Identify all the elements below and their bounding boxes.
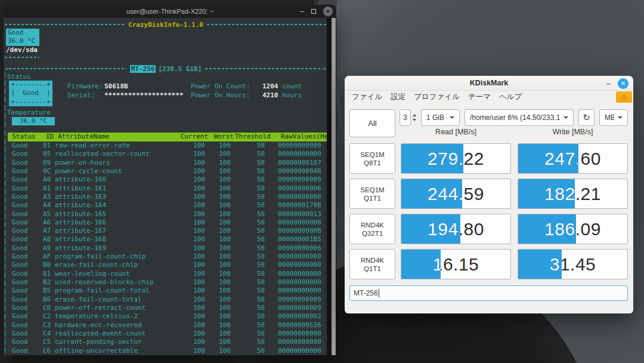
terminal-titlebar[interactable]: user@user-ThinkPad-X220: ~ – ✕ — [4, 5, 336, 18]
smart-cell-name: program-fail-count-total — [55, 287, 150, 294]
spin-down-icon[interactable] — [413, 119, 416, 121]
smart-row: GoodA9attribute-1691001005000000000006 — [5, 244, 327, 253]
smart-cell-id: B0 — [43, 261, 51, 269]
unit-select[interactable]: MB/s — [599, 109, 628, 126]
smart-cell-threshold: 50 — [232, 270, 265, 278]
test-button-seq1m-q8t1[interactable]: SEQ1M Q8T1 — [349, 143, 395, 174]
smart-cell-status: Good — [12, 270, 28, 278]
smart-cell-name: erase-fail-count-total — [55, 296, 142, 303]
close-icon[interactable]: ✕ — [323, 7, 333, 16]
smart-row: Good01raw-read-error-rate100100500000000… — [5, 141, 327, 150]
kdiskmark-titlebar[interactable]: KDiskMark – ✕ — [345, 76, 633, 91]
refresh-button[interactable]: ↻ — [578, 109, 595, 126]
close-icon[interactable]: ✕ — [618, 78, 628, 89]
smart-cell-current: 100 — [154, 141, 205, 149]
test-button-seq1m-q1t1[interactable]: SEQ1M Q1T1 — [349, 179, 395, 209]
maximize-icon[interactable] — [311, 9, 316, 14]
smart-row: GoodC0power-off-retract-count10010050000… — [5, 304, 327, 312]
minimize-icon[interactable]: – — [300, 8, 304, 14]
benchmark-all-button[interactable]: All — [349, 109, 395, 137]
menu-profile[interactable]: プロファイル — [414, 92, 460, 102]
smart-cell-threshold: 50 — [232, 184, 265, 192]
app-title: CrazyDiskInfo-1.1.0 — [125, 21, 207, 29]
loop-count-stepper[interactable]: 3 — [400, 109, 417, 126]
smart-cell-raw: 00000000000 — [278, 330, 321, 337]
terminal-scrollbar-thumb[interactable] — [332, 18, 336, 355]
test-button-rnd4k-q32t1[interactable]: RND4K Q32T1 — [349, 214, 395, 244]
menu-settings[interactable]: 設定 — [391, 92, 405, 102]
smart-cell-threshold: 50 — [232, 159, 265, 167]
test-name: RND4K — [361, 221, 384, 229]
read-result-bar: 194.80 194.80 — [401, 214, 511, 244]
device-size: [238.5 GiB] — [158, 65, 202, 73]
smart-cell-status: Good — [12, 167, 28, 175]
smart-cell-id: C2 — [43, 312, 51, 320]
smart-cell-status: Good — [12, 227, 28, 235]
test-name: RND4K — [361, 256, 384, 264]
smart-cell-id: 09 — [43, 159, 51, 167]
smart-cell-status: Good — [12, 235, 28, 243]
smart-cell-id: C3 — [43, 321, 51, 329]
smart-cell-status: Good — [12, 210, 28, 218]
smart-cell-threshold: 50 — [232, 338, 265, 346]
smart-cell-raw: 00000000000 — [278, 253, 321, 260]
disk-device-path: /dev/sda — [6, 46, 38, 54]
smart-cell-threshold: 50 — [232, 304, 265, 312]
target-drive-select[interactable]: /home/user 6% (14.50/233.18 G — [465, 109, 574, 126]
kdiskmark-menubar: ファイル 設定 プロファイル テーマ ヘルプ — [345, 91, 633, 103]
smart-cell-worst: 100 — [207, 253, 231, 260]
smart-cell-current: 100 — [154, 312, 205, 320]
write-result-bar: 247.60 247.60 — [518, 143, 628, 174]
smart-cell-name: power-on-hours — [55, 159, 110, 167]
smart-cell-id: A7 — [43, 227, 51, 235]
smart-cell-current: 100 — [154, 219, 205, 226]
description-input[interactable]: MT-256 — [349, 285, 628, 301]
power-on-count-label: Power On Count: — [191, 82, 262, 91]
smart-cell-current: 100 — [154, 347, 205, 355]
smart-cell-current: 100 — [154, 193, 205, 201]
smart-table-body: Good01raw-read-error-rate100100500000000… — [5, 141, 327, 355]
menu-file[interactable]: ファイル — [352, 92, 382, 102]
smart-cell-current: 100 — [154, 159, 205, 167]
smart-cell-raw: 00000000107 — [278, 159, 321, 167]
disk-list-entry[interactable]: Good 36.0 °C — [6, 29, 39, 46]
smart-cell-threshold: 50 — [232, 176, 265, 183]
test-button-rnd4k-q1t1[interactable]: RND4K Q1T1 — [349, 249, 395, 279]
smart-cell-current: 100 — [154, 278, 205, 286]
smart-cell-threshold: 50 — [232, 296, 265, 303]
health-status-value: | Good | — [9, 89, 52, 97]
test-queue-threads: Q1T1 — [364, 264, 381, 273]
minimize-icon[interactable]: – — [606, 79, 611, 88]
smart-cell-worst: 100 — [207, 287, 231, 294]
loop-count-value[interactable]: 3 — [400, 109, 411, 126]
test-size-select[interactable]: 1 GiB — [421, 109, 460, 126]
smart-cell-threshold: 50 — [232, 347, 265, 355]
smart-cell-name: used-reserved-blocks-chip — [55, 278, 154, 286]
write-result-bar: 186.09 186.09 — [518, 214, 628, 244]
smart-cell-threshold: 50 — [232, 244, 265, 252]
smart-cell-raw: 00000000000 — [278, 176, 321, 183]
smart-cell-threshold: 50 — [232, 219, 265, 226]
menu-theme[interactable]: テーマ — [468, 92, 491, 102]
device-header-line: + MT-256 [238.5 GiB] + — [5, 64, 327, 73]
power-info: Power On Count:1204 count Power On Hours… — [191, 82, 302, 100]
smart-cell-status: Good — [12, 184, 28, 192]
warning-icon[interactable]: ⚠ — [616, 91, 632, 103]
test-name: SEQ1M — [360, 186, 384, 194]
smart-cell-id: A3 — [43, 193, 51, 201]
smart-cell-raw: 00000000000 — [278, 278, 321, 286]
header-id: ID — [46, 133, 54, 140]
spin-up-icon[interactable] — [413, 114, 416, 116]
read-result-bar: 244.59 244.59 — [401, 179, 511, 209]
smart-row: GoodA4attribute-164100100500000000170B — [5, 201, 327, 210]
divider — [5, 24, 125, 25]
smart-cell-id: A6 — [43, 219, 51, 226]
smart-cell-worst: 100 — [207, 270, 231, 278]
smart-cell-worst: 100 — [207, 235, 231, 243]
smart-cell-worst: 100 — [207, 210, 231, 218]
smart-cell-raw: 00000009536 — [278, 321, 321, 329]
smart-cell-threshold: 50 — [232, 201, 265, 209]
menu-help[interactable]: ヘルプ — [499, 92, 522, 102]
health-status-box: +--------+| Good |+--------+ — [9, 81, 52, 106]
firmware-label: Firmware: — [67, 82, 104, 91]
